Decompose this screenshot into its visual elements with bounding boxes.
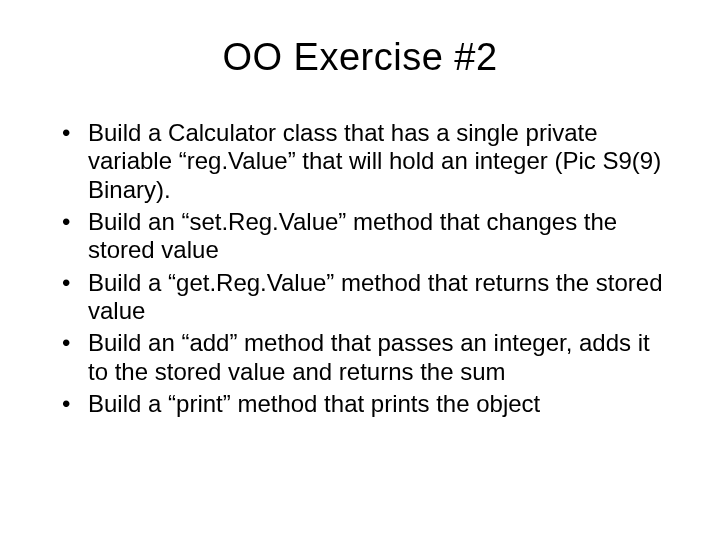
bullet-list: Build a Calculator class that has a sing… (62, 119, 672, 418)
list-item: Build a Calculator class that has a sing… (62, 119, 672, 204)
slide: OO Exercise #2 Build a Calculator class … (0, 0, 720, 540)
slide-title: OO Exercise #2 (48, 36, 672, 79)
list-item: Build a “print” method that prints the o… (62, 390, 672, 418)
list-item: Build an “set.Reg.Value” method that cha… (62, 208, 672, 265)
list-item: Build a “get.Reg.Value” method that retu… (62, 269, 672, 326)
list-item: Build an “add” method that passes an int… (62, 329, 672, 386)
